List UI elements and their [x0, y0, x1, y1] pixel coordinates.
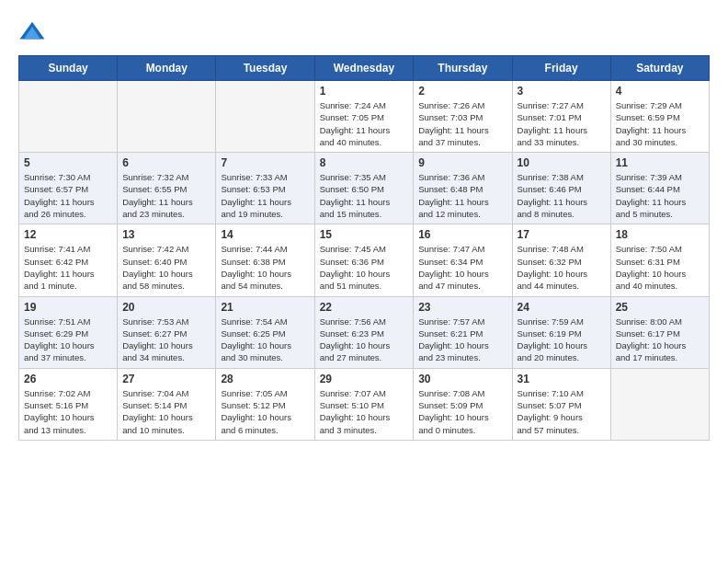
day-header-tuesday: Tuesday [216, 56, 314, 81]
calendar-week-row: 19Sunrise: 7:51 AM Sunset: 6:29 PM Dayli… [19, 296, 710, 368]
day-info: Sunrise: 7:27 AM Sunset: 7:01 PM Dayligh… [518, 99, 606, 148]
day-info: Sunrise: 7:48 AM Sunset: 6:32 PM Dayligh… [518, 243, 606, 292]
day-number: 19 [24, 301, 112, 314]
day-info: Sunrise: 7:30 AM Sunset: 6:57 PM Dayligh… [24, 171, 112, 220]
calendar-day-7: 7Sunrise: 7:33 AM Sunset: 6:53 PM Daylig… [216, 153, 314, 224]
day-info: Sunrise: 7:51 AM Sunset: 6:29 PM Dayligh… [24, 316, 112, 364]
calendar-day-27: 27Sunrise: 7:04 AM Sunset: 5:14 PM Dayli… [118, 368, 216, 440]
day-info: Sunrise: 7:45 AM Sunset: 6:36 PM Dayligh… [320, 243, 409, 292]
calendar-day-empty [216, 81, 314, 153]
day-number: 31 [518, 373, 606, 385]
day-number: 6 [122, 156, 210, 169]
calendar-day-21: 21Sunrise: 7:54 AM Sunset: 6:25 PM Dayli… [216, 296, 314, 368]
day-header-friday: Friday [512, 56, 610, 81]
day-number: 24 [518, 301, 606, 314]
day-number: 26 [24, 373, 112, 385]
day-number: 21 [221, 301, 309, 314]
calendar-day-23: 23Sunrise: 7:57 AM Sunset: 6:21 PM Dayli… [414, 296, 512, 368]
calendar-day-4: 4Sunrise: 7:29 AM Sunset: 6:59 PM Daylig… [610, 81, 709, 153]
day-info: Sunrise: 7:47 AM Sunset: 6:34 PM Dayligh… [418, 243, 506, 292]
calendar-day-5: 5Sunrise: 7:30 AM Sunset: 6:57 PM Daylig… [19, 153, 118, 224]
calendar-day-3: 3Sunrise: 7:27 AM Sunset: 7:01 PM Daylig… [512, 81, 610, 153]
day-number: 13 [122, 228, 210, 241]
calendar-week-row: 1Sunrise: 7:24 AM Sunset: 7:05 PM Daylig… [19, 81, 710, 153]
calendar-day-9: 9Sunrise: 7:36 AM Sunset: 6:48 PM Daylig… [414, 153, 512, 224]
day-header-wednesday: Wednesday [314, 56, 414, 81]
calendar-week-row: 12Sunrise: 7:41 AM Sunset: 6:42 PM Dayli… [19, 224, 710, 296]
day-number: 5 [24, 156, 112, 169]
day-info: Sunrise: 7:53 AM Sunset: 6:27 PM Dayligh… [122, 316, 210, 364]
day-number: 9 [418, 156, 506, 169]
calendar-day-empty [19, 81, 118, 153]
day-number: 25 [616, 301, 704, 314]
calendar-day-20: 20Sunrise: 7:53 AM Sunset: 6:27 PM Dayli… [118, 296, 216, 368]
day-info: Sunrise: 8:00 AM Sunset: 6:17 PM Dayligh… [616, 316, 704, 364]
calendar-day-18: 18Sunrise: 7:50 AM Sunset: 6:31 PM Dayli… [610, 224, 709, 296]
calendar-day-empty [610, 368, 709, 440]
calendar-day-2: 2Sunrise: 7:26 AM Sunset: 7:03 PM Daylig… [414, 81, 512, 153]
day-number: 30 [418, 373, 506, 385]
calendar-day-29: 29Sunrise: 7:07 AM Sunset: 5:10 PM Dayli… [314, 368, 414, 440]
day-number: 18 [616, 228, 704, 241]
day-number: 29 [320, 373, 409, 385]
day-header-thursday: Thursday [414, 56, 512, 81]
day-info: Sunrise: 7:59 AM Sunset: 6:19 PM Dayligh… [518, 316, 606, 364]
calendar-day-19: 19Sunrise: 7:51 AM Sunset: 6:29 PM Dayli… [19, 296, 118, 368]
calendar-day-25: 25Sunrise: 8:00 AM Sunset: 6:17 PM Dayli… [610, 296, 709, 368]
calendar-day-17: 17Sunrise: 7:48 AM Sunset: 6:32 PM Dayli… [512, 224, 610, 296]
calendar-day-14: 14Sunrise: 7:44 AM Sunset: 6:38 PM Dayli… [216, 224, 314, 296]
calendar-day-24: 24Sunrise: 7:59 AM Sunset: 6:19 PM Dayli… [512, 296, 610, 368]
day-number: 2 [418, 85, 506, 98]
day-number: 1 [320, 85, 409, 98]
calendar-day-12: 12Sunrise: 7:41 AM Sunset: 6:42 PM Dayli… [19, 224, 118, 296]
day-number: 16 [418, 228, 506, 241]
calendar-day-28: 28Sunrise: 7:05 AM Sunset: 5:12 PM Dayli… [216, 368, 314, 440]
day-number: 11 [616, 156, 704, 169]
day-number: 27 [122, 373, 210, 385]
logo-icon [18, 18, 46, 46]
calendar-day-1: 1Sunrise: 7:24 AM Sunset: 7:05 PM Daylig… [314, 81, 414, 153]
calendar-day-empty [118, 81, 216, 153]
calendar-week-row: 26Sunrise: 7:02 AM Sunset: 5:16 PM Dayli… [19, 368, 710, 440]
calendar-day-31: 31Sunrise: 7:10 AM Sunset: 5:07 PM Dayli… [512, 368, 610, 440]
day-info: Sunrise: 7:50 AM Sunset: 6:31 PM Dayligh… [616, 243, 704, 292]
day-number: 10 [518, 156, 606, 169]
day-number: 17 [518, 228, 606, 241]
day-info: Sunrise: 7:07 AM Sunset: 5:10 PM Dayligh… [320, 387, 409, 436]
day-info: Sunrise: 7:04 AM Sunset: 5:14 PM Dayligh… [122, 387, 210, 436]
logo [18, 18, 50, 46]
calendar-day-30: 30Sunrise: 7:08 AM Sunset: 5:09 PM Dayli… [414, 368, 512, 440]
day-info: Sunrise: 7:05 AM Sunset: 5:12 PM Dayligh… [221, 387, 309, 436]
day-info: Sunrise: 7:39 AM Sunset: 6:44 PM Dayligh… [616, 171, 704, 220]
calendar-day-16: 16Sunrise: 7:47 AM Sunset: 6:34 PM Dayli… [414, 224, 512, 296]
day-info: Sunrise: 7:41 AM Sunset: 6:42 PM Dayligh… [24, 243, 112, 292]
calendar-day-26: 26Sunrise: 7:02 AM Sunset: 5:16 PM Dayli… [19, 368, 118, 440]
calendar-day-10: 10Sunrise: 7:38 AM Sunset: 6:46 PM Dayli… [512, 153, 610, 224]
day-info: Sunrise: 7:08 AM Sunset: 5:09 PM Dayligh… [418, 387, 506, 436]
day-number: 8 [320, 156, 409, 169]
calendar-table: SundayMondayTuesdayWednesdayThursdayFrid… [18, 55, 710, 441]
day-number: 23 [418, 301, 506, 314]
day-info: Sunrise: 7:29 AM Sunset: 6:59 PM Dayligh… [616, 99, 704, 148]
day-info: Sunrise: 7:24 AM Sunset: 7:05 PM Dayligh… [320, 99, 409, 148]
day-header-monday: Monday [118, 56, 216, 81]
day-info: Sunrise: 7:35 AM Sunset: 6:50 PM Dayligh… [320, 171, 409, 220]
day-info: Sunrise: 7:54 AM Sunset: 6:25 PM Dayligh… [221, 316, 309, 364]
day-info: Sunrise: 7:33 AM Sunset: 6:53 PM Dayligh… [221, 171, 309, 220]
day-number: 20 [122, 301, 210, 314]
calendar-day-11: 11Sunrise: 7:39 AM Sunset: 6:44 PM Dayli… [610, 153, 709, 224]
calendar-day-15: 15Sunrise: 7:45 AM Sunset: 6:36 PM Dayli… [314, 224, 414, 296]
day-info: Sunrise: 7:38 AM Sunset: 6:46 PM Dayligh… [518, 171, 606, 220]
day-number: 15 [320, 228, 409, 241]
calendar-day-22: 22Sunrise: 7:56 AM Sunset: 6:23 PM Dayli… [314, 296, 414, 368]
calendar-day-13: 13Sunrise: 7:42 AM Sunset: 6:40 PM Dayli… [118, 224, 216, 296]
day-header-saturday: Saturday [610, 56, 709, 81]
day-info: Sunrise: 7:02 AM Sunset: 5:16 PM Dayligh… [24, 387, 112, 436]
calendar-header-row: SundayMondayTuesdayWednesdayThursdayFrid… [19, 56, 710, 81]
day-number: 28 [221, 373, 309, 385]
day-info: Sunrise: 7:42 AM Sunset: 6:40 PM Dayligh… [122, 243, 210, 292]
calendar-day-8: 8Sunrise: 7:35 AM Sunset: 6:50 PM Daylig… [314, 153, 414, 224]
day-info: Sunrise: 7:57 AM Sunset: 6:21 PM Dayligh… [418, 316, 506, 364]
calendar-day-6: 6Sunrise: 7:32 AM Sunset: 6:55 PM Daylig… [118, 153, 216, 224]
day-number: 22 [320, 301, 409, 314]
